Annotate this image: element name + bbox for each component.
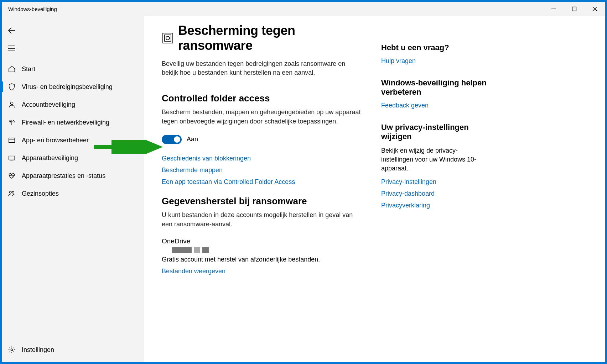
app-window: Windows-beveiliging [2, 2, 605, 362]
svg-rect-9 [9, 138, 15, 143]
onedrive-label: OneDrive [162, 237, 361, 245]
nav-label: Firewall- en netwerkbeveiliging [22, 119, 109, 126]
aside-improve-title: Windows-beveiliging helpen verbeteren [381, 78, 488, 97]
link-privacy-settings[interactable]: Privacy-instellingen [381, 178, 488, 186]
person-icon [7, 100, 17, 110]
close-button[interactable] [585, 2, 605, 16]
link-protected-folders[interactable]: Beschermde mappen [162, 167, 361, 174]
nav-item-virus[interactable]: Virus- en bedreigingsbeveiliging [2, 78, 144, 96]
hamburger-button[interactable] [2, 39, 22, 57]
svg-point-15 [11, 349, 13, 351]
cfa-toggle-label: Aan [187, 136, 198, 143]
titlebar: Windows-beveiliging [2, 2, 605, 16]
recovery-description: U kunt bestanden in deze accounts mogeli… [162, 210, 361, 229]
minimize-button[interactable] [543, 2, 564, 16]
nav-item-firewall[interactable]: Firewall- en netwerkbeveiliging [2, 114, 144, 131]
nav-label: Gezinsopties [22, 190, 59, 197]
nav-label: Apparaatbeveiliging [22, 154, 78, 162]
nav-label: Instellingen [22, 346, 54, 354]
family-icon [7, 189, 17, 199]
cfa-toggle[interactable] [162, 135, 182, 144]
link-give-feedback[interactable]: Feedback geven [381, 102, 488, 109]
svg-rect-11 [9, 156, 15, 160]
nav-item-account[interactable]: Accountbeveiliging [2, 96, 144, 114]
link-block-history[interactable]: Geschiedenis van blokkeringen [162, 155, 361, 162]
cfa-toggle-row: Aan [162, 135, 361, 144]
sidebar: Start Virus- en bedreigingsbeveiliging A… [2, 16, 144, 362]
nav-item-health[interactable]: Apparaatprestaties en -status [2, 167, 144, 185]
link-allow-app[interactable]: Een app toestaan via Controlled Folder A… [162, 178, 361, 186]
window-controls [543, 2, 605, 16]
nav-label: Virus- en bedreigingsbeveiliging [22, 83, 113, 91]
back-button[interactable] [2, 22, 22, 39]
onedrive-account-redacted [172, 247, 361, 253]
network-icon [7, 117, 17, 127]
svg-rect-17 [165, 35, 171, 41]
device-icon [7, 153, 17, 163]
nav-label: Start [22, 65, 35, 73]
nav-item-app[interactable]: App- en browserbeheer [2, 131, 144, 149]
home-icon [7, 64, 17, 74]
link-privacy-dashboard[interactable]: Privacy-dashboard [381, 190, 488, 197]
link-view-files[interactable]: Bestanden weergeven [162, 268, 361, 275]
gear-icon [7, 345, 17, 355]
link-get-help[interactable]: Hulp vragen [381, 57, 488, 65]
heart-icon [7, 171, 17, 181]
page-title: Bescherming tegen ransomware [178, 23, 361, 53]
browser-icon [7, 135, 17, 145]
link-privacy-statement[interactable]: Privacyverklaring [381, 202, 488, 209]
onedrive-free-account: Gratis account met herstel van afzonderl… [162, 256, 361, 263]
cfa-description: Bescherm bestanden, mappen en geheugenge… [162, 107, 361, 126]
nav-item-start[interactable]: Start [2, 60, 144, 78]
svg-rect-1 [572, 7, 576, 11]
nav-item-device[interactable]: Apparaatbeveiliging [2, 149, 144, 167]
svg-point-8 [10, 102, 13, 105]
nav-label: App- en browserbeheer [22, 137, 89, 144]
nav-item-settings[interactable]: Instellingen [2, 341, 144, 359]
nav-label: Accountbeveiliging [22, 101, 75, 109]
shield-icon [7, 82, 17, 92]
content-column: Bescherming tegen ransomware Beveilig uw… [162, 23, 361, 362]
ransomware-icon [162, 32, 174, 44]
aside-privacy-title: Uw privacy-instellingen wijzigen [381, 123, 488, 141]
nav-item-family[interactable]: Gezinsopties [2, 185, 144, 202]
window-title: Windows-beveiliging [2, 6, 57, 12]
maximize-button[interactable] [564, 2, 585, 16]
svg-point-14 [12, 191, 14, 194]
recovery-title: Gegevensherstel bij ransomware [162, 196, 361, 207]
nav-label: Apparaatprestaties en -status [22, 172, 105, 180]
aside-column: Hebt u een vraag? Hulp vragen Windows-be… [381, 23, 488, 362]
page-description: Beveilig uw bestanden tegen bedreigingen… [162, 59, 361, 77]
cfa-title: Controlled folder access [162, 93, 361, 104]
aside-question-title: Hebt u een vraag? [381, 43, 488, 52]
aside-privacy-desc: Bekijk en wijzig de privacy-instellingen… [381, 146, 488, 173]
main-area: Bescherming tegen ransomware Beveilig uw… [144, 16, 605, 362]
svg-point-18 [166, 36, 170, 40]
svg-point-13 [10, 191, 11, 194]
nav-list: Start Virus- en bedreigingsbeveiliging A… [2, 60, 144, 341]
